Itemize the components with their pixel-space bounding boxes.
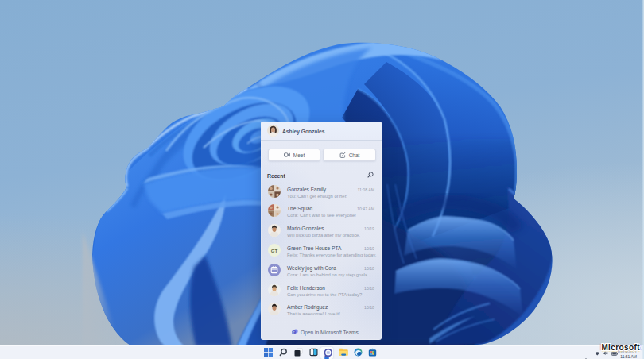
svg-text:GT: GT <box>271 249 278 253</box>
